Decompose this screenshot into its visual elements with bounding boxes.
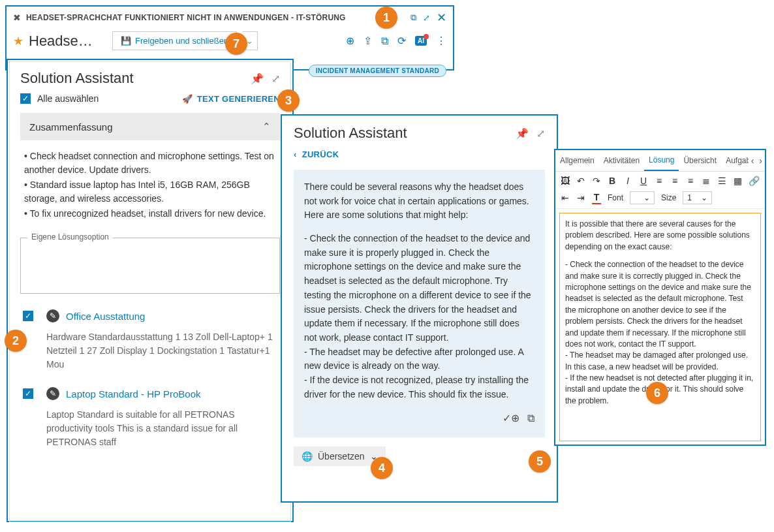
align-right-icon[interactable]: ≡	[686, 176, 695, 186]
align-center-icon[interactable]: ≡	[670, 176, 679, 186]
tab-allgemein[interactable]: Allgemein	[555, 151, 599, 170]
pin-icon[interactable]: 📌	[516, 127, 529, 140]
expand-icon[interactable]: ⤢	[271, 72, 280, 85]
callout-2: 2	[5, 330, 27, 352]
refresh-icon[interactable]: ⟳	[397, 35, 406, 47]
callout-6: 6	[646, 382, 668, 404]
save-close-button[interactable]: 💾 Freigeben und schließen	[112, 31, 237, 50]
select-all-label: Alle auswählen	[37, 93, 99, 104]
close-icon[interactable]: ✕	[437, 10, 446, 25]
editor-textarea[interactable]: It is possible that there are several ca…	[559, 213, 761, 441]
expand-icon[interactable]: ⤢	[536, 127, 545, 140]
italic-icon[interactable]: I	[623, 176, 632, 186]
tab-next[interactable]: ›	[756, 151, 765, 170]
text-color-icon[interactable]: T	[592, 192, 601, 204]
own-solution-input[interactable]: Eigene Lösungsoption	[20, 238, 280, 294]
kb-item: ✓ ✎ Laptop Standard - HP ProBook Laptop …	[20, 387, 280, 449]
undo-icon[interactable]: ↶	[576, 176, 585, 186]
richtext-toolbar: 🖼 ↶ ↷ B I U ≡ ≡ ≡ ≣ ☰ ▦ 🔗 ⇤ ⇥ T Font ⌄ S…	[555, 172, 765, 209]
callout-5: 5	[529, 450, 551, 473]
copy-icon[interactable]: ⧉	[410, 12, 416, 23]
list-ul-icon[interactable]: ☰	[717, 176, 726, 186]
apply-icon[interactable]: ✓⊕	[503, 411, 519, 427]
list-ol-icon[interactable]: ≣	[702, 176, 711, 186]
link-icon[interactable]: 🔗	[749, 176, 760, 186]
font-select[interactable]: ⌄	[630, 191, 655, 204]
align-left-icon[interactable]: ≡	[655, 176, 664, 186]
assistant-title: Solution Assistant	[294, 125, 508, 142]
article-icon: ✎	[46, 387, 59, 400]
kb-item: ✓ ✎ Office Ausstattung Hardware Standard…	[20, 309, 280, 371]
callout-3: 3	[277, 89, 300, 112]
tab-loesung[interactable]: Lösung	[644, 150, 679, 171]
tab-aufgaben[interactable]: Aufgabe	[721, 151, 749, 170]
article-icon: ✎	[46, 309, 59, 322]
bold-icon[interactable]: B	[608, 176, 617, 186]
add-icon[interactable]: ⊕	[346, 35, 354, 47]
kb-item-title[interactable]: Laptop Standard - HP ProBook	[66, 388, 201, 399]
underline-icon[interactable]: U	[639, 176, 648, 186]
close-circle-icon[interactable]: ✖	[13, 12, 21, 23]
save-icon: 💾	[121, 36, 131, 46]
generate-text-button[interactable]: 🚀 TEXT GENERIEREN	[182, 94, 280, 104]
star-icon[interactable]: ★	[13, 34, 23, 48]
duplicate-icon[interactable]: ⧉	[381, 35, 388, 47]
kb-item-checkbox[interactable]: ✓	[23, 388, 33, 399]
assistant-title: Solution Assistant	[20, 70, 243, 87]
font-label: Font	[608, 193, 623, 202]
callout-4: 4	[371, 457, 393, 479]
rocket-icon: 🚀	[182, 94, 193, 104]
table-icon[interactable]: ▦	[733, 176, 742, 186]
image-icon[interactable]: 🖼	[561, 176, 570, 186]
indent-icon[interactable]: ⇥	[576, 193, 585, 203]
outdent-icon[interactable]: ⇤	[561, 193, 570, 203]
size-select[interactable]: 1⌄	[683, 191, 712, 204]
copy-icon[interactable]: ⧉	[527, 411, 534, 427]
select-all-checkbox[interactable]: ✓	[20, 93, 31, 104]
callout-7: 7	[225, 33, 247, 55]
expand-icon[interactable]: ⤢	[423, 13, 430, 23]
more-icon[interactable]: ⋮	[436, 35, 446, 47]
workflow-pill: INCIDENT MANAGEMENT STANDARD	[309, 65, 446, 77]
kb-item-title[interactable]: Office Ausstattung	[66, 311, 145, 322]
callout-1: 1	[375, 7, 397, 29]
tab-aktivitaeten[interactable]: Aktivitäten	[599, 151, 644, 170]
summary-body: • Check headset connection and microphon…	[20, 140, 280, 231]
chevron-up-icon: ⌃	[262, 121, 271, 133]
ai-button[interactable]: AI	[415, 36, 427, 46]
pin-icon[interactable]: 📌	[251, 72, 264, 85]
editor-tabs: Allgemein Aktivitäten Lösung Übersicht A…	[555, 150, 765, 172]
generated-text-panel: Solution Assistant 📌 ⤢ ‹ ZURÜCK There co…	[281, 114, 558, 503]
redo-icon[interactable]: ↷	[592, 176, 601, 186]
tab-prev[interactable]: ‹	[749, 151, 757, 170]
size-label: Size	[661, 193, 676, 202]
solution-assistant-panel: Solution Assistant 📌 ⤢ ✓ Alle auswählen …	[7, 59, 294, 522]
window-title: HEADSET-SPRACHCHAT FUNKTIONIERT NICHT IN…	[26, 13, 405, 22]
chevron-left-icon: ‹	[294, 149, 297, 159]
translate-icon: 🌐	[302, 451, 313, 462]
summary-header[interactable]: Zusammenfassung ⌃	[20, 113, 280, 140]
back-button[interactable]: ‹ ZURÜCK	[294, 149, 545, 159]
incident-heading: Headse…	[29, 33, 107, 50]
kb-item-desc: Hardware Standardausstattung 1 13 Zoll D…	[46, 330, 277, 371]
share-icon[interactable]: ⇪	[364, 35, 372, 47]
kb-item-desc: Laptop Standard is suitable for all PETR…	[46, 408, 277, 449]
kb-item-checkbox[interactable]: ✓	[23, 311, 33, 321]
generated-text-box: There could be several reasons why the h…	[294, 170, 545, 437]
tab-uebersicht[interactable]: Übersicht	[679, 151, 721, 170]
